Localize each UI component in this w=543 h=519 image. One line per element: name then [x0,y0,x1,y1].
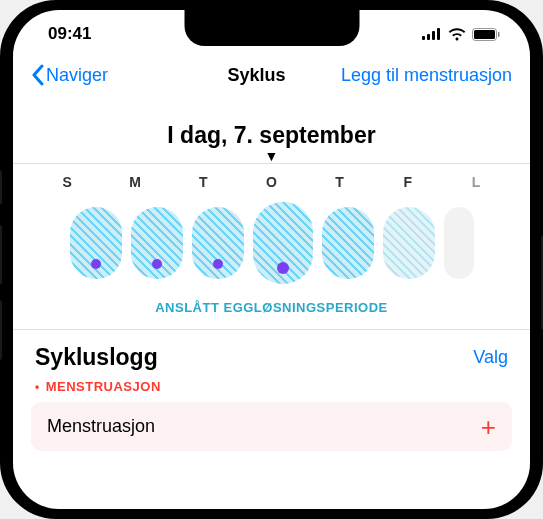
svg-rect-3 [437,28,440,40]
day-oval[interactable] [192,207,244,279]
current-date-header: I dag, 7. september [13,122,530,149]
day-oval-today[interactable] [253,202,313,284]
weekday-label: F [383,174,433,190]
volume-down-button [0,300,2,360]
svg-rect-1 [427,34,430,40]
status-time: 09:41 [48,24,91,44]
ovulation-period-label: ANSLÅTT EGGLØSNINGSPERIODE [13,294,530,329]
plus-icon[interactable]: + [481,417,496,437]
status-icons [422,28,500,41]
svg-rect-5 [474,30,495,39]
chevron-left-icon [31,64,44,86]
day-oval[interactable] [70,207,122,279]
menstruation-row[interactable]: Menstruasjon + [31,402,512,451]
prediction-dot [213,259,223,269]
volume-up-button [0,225,2,285]
prediction-dot [277,262,289,274]
day-oval[interactable] [383,207,435,279]
menstruation-section-label: MENSTRUASJON [13,377,530,402]
weekday-label: M [110,174,160,190]
today-indicator-arrow: ▼ [13,151,530,161]
svg-rect-2 [432,31,435,40]
day-oval[interactable] [131,207,183,279]
add-menstruation-link[interactable]: Legg til menstruasjon [341,65,512,86]
back-label: Naviger [46,65,108,86]
weekday-label: T [178,174,228,190]
svg-rect-0 [422,36,425,40]
screen: 09:41 Naviger Syklus Legg til menstruasj… [13,10,530,509]
weekday-label: T [315,174,365,190]
options-link[interactable]: Valg [473,347,508,368]
log-title: Sykluslogg [35,344,158,371]
wifi-icon [448,28,466,41]
weekday-label: O [246,174,296,190]
day-oval[interactable] [444,207,474,279]
svg-rect-6 [498,32,500,37]
back-button[interactable]: Naviger [31,64,108,86]
menstruation-row-label: Menstruasjon [47,416,155,437]
phone-frame: 09:41 Naviger Syklus Legg til menstruasj… [0,0,543,519]
notch [184,10,359,46]
day-oval[interactable] [322,207,374,279]
log-header: Sykluslogg Valg [13,330,530,377]
mute-switch [0,170,2,205]
week-row: S M T O T F L [13,164,530,194]
battery-icon [472,28,500,41]
cycle-ovals-row[interactable] [13,194,530,294]
nav-bar: Naviger Syklus Legg til menstruasjon [13,58,530,96]
weekday-label: S [42,174,92,190]
cellular-icon [422,28,442,40]
prediction-dot [91,259,101,269]
nav-title: Syklus [227,65,285,86]
prediction-dot [152,259,162,269]
weekday-label: L [451,174,501,190]
